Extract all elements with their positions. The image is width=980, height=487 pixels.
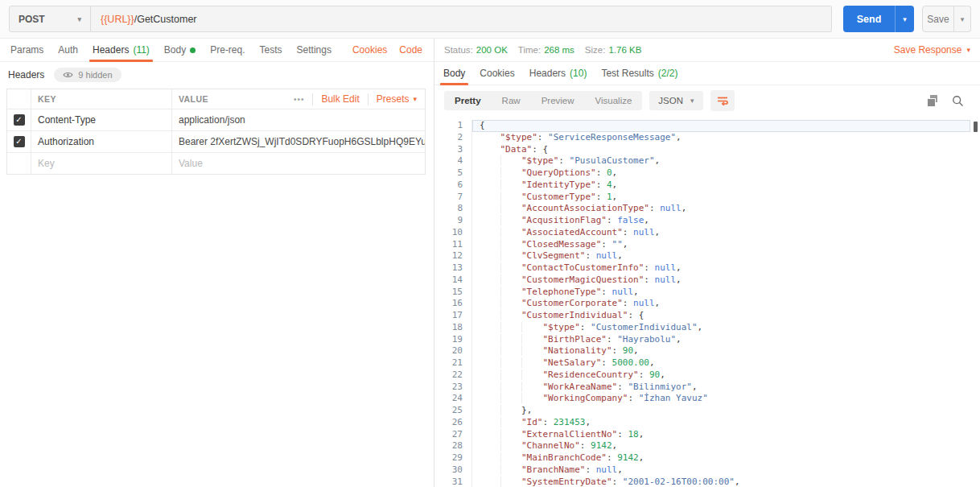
method-label: POST (19, 14, 45, 25)
headers-subheader: Headers 9 hidden (0, 62, 434, 87)
search-icon[interactable] (952, 95, 964, 107)
method-select[interactable]: POST ▾ (9, 6, 91, 32)
tab-label: Pre-req. (210, 44, 245, 56)
size-value: 1.76 KB (608, 45, 641, 55)
request-tabs: Params Auth Headers (11) Body Pre-req. T… (0, 39, 434, 62)
code-link[interactable]: Code (399, 44, 422, 56)
view-preview-button[interactable]: Preview (531, 91, 585, 110)
wrap-lines-button[interactable] (710, 90, 735, 111)
key-placeholder-input[interactable]: Key (31, 153, 171, 174)
chevron-down-icon: ▾ (77, 15, 81, 23)
save-button[interactable]: Save (922, 6, 954, 32)
send-button[interactable]: Send (843, 6, 895, 32)
column-key: KEY (31, 89, 171, 109)
header-key-cell[interactable]: Content-Type (31, 109, 171, 130)
code-line: 17 "CustomerIndividual": { (434, 310, 980, 322)
tab-label: Cookies (480, 68, 514, 79)
divider (368, 93, 369, 105)
size-label: Size: (585, 45, 606, 55)
presets-dropdown[interactable]: Presets ▾ (377, 93, 417, 105)
tab-response-cookies[interactable]: Cookies (472, 62, 521, 85)
code-line: 13 "ContactToCustomerInfo": null, (434, 262, 980, 274)
tab-tests[interactable]: Tests (253, 39, 290, 61)
tab-pre-request[interactable]: Pre-req. (203, 39, 252, 61)
response-meta-bar: Status: 200 OK Time: 268 ms Size: 1.76 K… (434, 39, 980, 62)
view-pretty-button[interactable]: Pretty (444, 91, 492, 110)
code-line: 14 "CustomerMagicQuestion": null, (434, 274, 980, 287)
tab-body[interactable]: Body (157, 39, 203, 61)
request-links: Cookies Code (352, 39, 430, 61)
tab-count: (10) (570, 68, 587, 79)
tab-response-headers[interactable]: Headers (10) (522, 62, 595, 85)
tab-label: Headers (529, 68, 566, 79)
code-line: 20 "Nationality": 90, (434, 345, 980, 357)
format-select[interactable]: JSON ▾ (649, 91, 702, 110)
presets-label: Presets (377, 93, 410, 105)
table-header-row: KEY VALUE ••• Bulk Edit Presets ▾ (7, 89, 425, 109)
tab-label: Test Results (601, 68, 653, 79)
response-body-editor[interactable]: 1{2 "$type": "ServiceResponseMessage",3 … (434, 116, 980, 487)
header-key-cell[interactable]: Authorization (31, 131, 171, 152)
chevron-down-icon: ▾ (690, 97, 694, 105)
scrollbar-thumb[interactable] (974, 122, 978, 132)
postman-window: POST ▾ {{URL}}/GetCustomer Send ▾ Save ▾… (0, 0, 980, 487)
response-toolbar: Pretty Raw Preview Visualize JSON ▾ (434, 85, 980, 116)
more-options-icon[interactable]: ••• (294, 95, 305, 104)
tab-count: (11) (133, 44, 149, 56)
code-line: 23 "WorkAreaName": "Bilinmiyor", (434, 382, 980, 394)
code-line: 8 "AccountAssociationType": null, (434, 203, 980, 215)
tab-response-body[interactable]: Body (436, 62, 472, 85)
row-checkbox[interactable]: ✓ (14, 114, 25, 126)
tab-settings[interactable]: Settings (290, 39, 339, 61)
code-line: 4 "$type": "PusulaCustomer", (434, 155, 980, 167)
tab-label: Auth (58, 44, 78, 56)
headers-table: KEY VALUE ••• Bulk Edit Presets ▾ ✓ (6, 89, 426, 175)
tab-headers[interactable]: Headers (11) (85, 39, 157, 61)
format-label: JSON (658, 96, 683, 105)
status-label: Status: (444, 45, 473, 55)
tab-label: Body (443, 68, 465, 79)
row-checkbox[interactable]: ✓ (14, 136, 25, 147)
code-line: 1{ (434, 120, 980, 132)
save-dropdown-button[interactable]: ▾ (954, 6, 971, 32)
url-input[interactable]: {{URL}}/GetCustomer (91, 6, 832, 32)
copy-icon[interactable] (927, 95, 938, 106)
send-dropdown-button[interactable]: ▾ (895, 6, 914, 32)
view-switcher: Pretty Raw Preview Visualize (444, 91, 642, 110)
request-bar: POST ▾ {{URL}}/GetCustomer Send ▾ Save ▾ (0, 0, 980, 39)
hidden-headers-toggle[interactable]: 9 hidden (54, 68, 121, 82)
code-line: 16 "CustomerCorporate": null, (434, 298, 980, 310)
send-button-group: Send ▾ (843, 6, 914, 32)
header-value-cell[interactable]: Bearer 2fXertZWSj_WjITd0SDRYFuopH6GSLblp… (171, 131, 425, 152)
tab-test-results[interactable]: Test Results (2/2) (594, 62, 685, 85)
toolbar-right-icons (927, 95, 970, 107)
header-value-cell[interactable]: application/json (171, 109, 425, 130)
save-response-dropdown[interactable]: Save Response ▾ (894, 44, 970, 56)
code-line: 2 "$type": "ServiceResponseMessage", (434, 132, 980, 144)
chevron-down-icon: ▾ (966, 46, 970, 54)
bulk-edit-link[interactable]: Bulk Edit (321, 93, 359, 105)
save-button-group: Save ▾ (922, 6, 971, 32)
code-line: 30 "BranchName": null, (434, 464, 980, 477)
table-row-placeholder: Key Value (7, 152, 425, 174)
value-placeholder-input[interactable]: Value (171, 153, 425, 174)
code-line: 9 "AcqusitionFlag": false, (434, 215, 980, 227)
code-line: 5 "QueryOptions": 0, (434, 167, 980, 180)
headers-title: Headers (8, 69, 44, 80)
request-panel: Params Auth Headers (11) Body Pre-req. T… (0, 39, 434, 487)
tab-auth[interactable]: Auth (51, 39, 85, 61)
hidden-headers-count: 9 hidden (78, 70, 112, 80)
tab-label: Body (164, 44, 186, 56)
column-value: VALUE (171, 89, 286, 109)
code-line: 19 "BirthPlace": "Hayrabolu", (434, 334, 980, 346)
code-line: 29 "MainBranchCode": 9142, (434, 452, 980, 464)
eye-icon (63, 71, 73, 79)
view-visualize-button[interactable]: Visualize (585, 91, 643, 110)
tab-params[interactable]: Params (3, 39, 51, 61)
code-line: 10 "AssociatedAccount": null, (434, 227, 980, 239)
chevron-down-icon: ▾ (413, 95, 417, 103)
view-raw-button[interactable]: Raw (492, 91, 531, 110)
header-checkbox-cell (7, 89, 31, 109)
time-value: 268 ms (544, 45, 574, 55)
cookies-link[interactable]: Cookies (352, 44, 387, 56)
